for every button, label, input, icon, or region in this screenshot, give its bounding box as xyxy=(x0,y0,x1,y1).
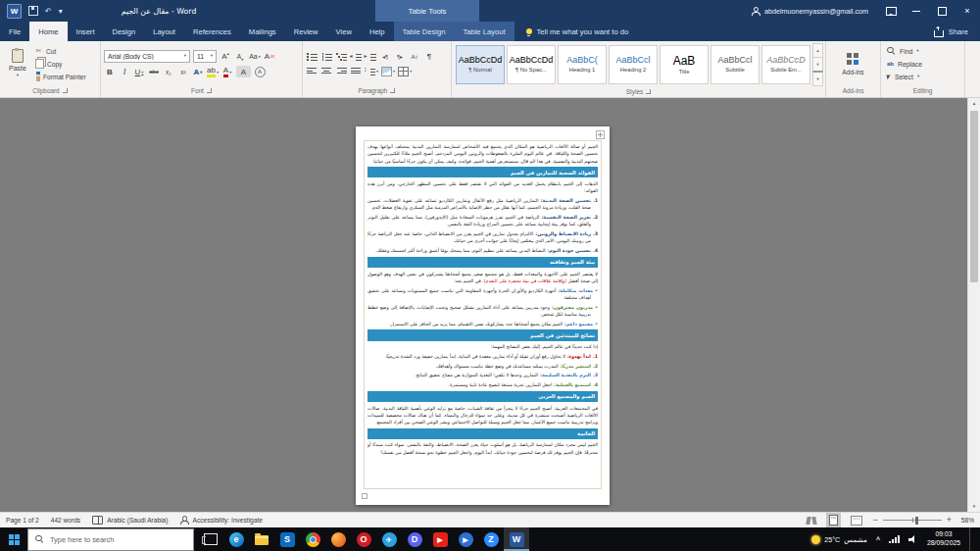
file-explorer-button[interactable] xyxy=(249,527,274,551)
tab-file[interactable]: File xyxy=(0,22,29,41)
zoom-in-button[interactable]: + xyxy=(947,516,952,525)
bold-button[interactable]: B xyxy=(104,66,116,77)
zoom-out-button[interactable]: − xyxy=(872,516,877,525)
dialog-launcher-icon[interactable] xyxy=(646,89,651,94)
style-heading-1[interactable]: AaBbC( Heading 1 xyxy=(558,45,607,84)
tab-layout[interactable]: Layout xyxy=(144,22,184,41)
tab-home[interactable]: Home xyxy=(29,22,67,41)
zoom-slider[interactable] xyxy=(883,520,942,521)
paste-button[interactable]: Paste ▾ xyxy=(3,43,32,84)
tab-view[interactable]: View xyxy=(327,22,361,41)
style-no-spacing[interactable]: AaBbCcDd ¶ No Spac... xyxy=(507,45,556,84)
scroll-down-icon[interactable]: ▼ xyxy=(968,501,980,512)
network-icon[interactable] xyxy=(889,535,900,543)
multilevel-list-button[interactable] xyxy=(335,51,347,63)
bullets-button[interactable] xyxy=(306,51,318,63)
font-size-select[interactable]: 11 ▾ xyxy=(193,50,217,63)
document-content[interactable]: الجيم أو صالة الألعاب الرياضية هو المكان… xyxy=(364,140,602,489)
start-button[interactable] xyxy=(0,527,27,551)
hidden-icons-button[interactable]: ^ xyxy=(876,536,880,543)
font-color-button[interactable]: A xyxy=(221,66,233,77)
dialog-launcher-icon[interactable] xyxy=(390,88,395,93)
highlight-color-button[interactable]: ab xyxy=(207,66,219,77)
styles-scroll-up-button[interactable]: ▲ xyxy=(812,43,823,58)
ribbon-display-options-button[interactable] xyxy=(878,0,904,22)
clock[interactable]: 09:03 28/09/2025 xyxy=(927,530,960,548)
character-shading-button[interactable]: A xyxy=(236,66,251,77)
addins-button[interactable]: Add-ins xyxy=(829,43,877,84)
cut-button[interactable]: ✂ Cut xyxy=(32,45,88,57)
ltr-direction-button[interactable]: ¶▸ xyxy=(394,51,406,63)
decrease-indent-button[interactable] xyxy=(350,51,362,63)
weather-widget[interactable]: 25°C مشمس xyxy=(811,535,867,544)
scrollbar-thumb[interactable] xyxy=(970,111,978,282)
strikethrough-button[interactable]: abc xyxy=(148,66,160,77)
style-heading-2[interactable]: AaBbCcl Heading 2 xyxy=(609,45,658,84)
media-player-button[interactable]: ▶ xyxy=(453,527,478,551)
web-layout-button[interactable] xyxy=(848,514,865,527)
tab-insert[interactable]: Insert xyxy=(68,22,104,41)
zoom-level[interactable]: 58% xyxy=(956,517,974,524)
share-button[interactable]: Share xyxy=(922,22,980,41)
superscript-button[interactable]: x² xyxy=(177,66,189,77)
edge-button[interactable]: e xyxy=(223,527,249,551)
tab-references[interactable]: References xyxy=(184,22,240,41)
undo-icon[interactable]: ↶ xyxy=(45,7,52,16)
align-left-button[interactable] xyxy=(306,66,318,77)
shrink-font-button[interactable]: A xyxy=(234,51,246,63)
numbering-button[interactable] xyxy=(320,51,332,63)
enclose-characters-button[interactable]: A xyxy=(254,66,266,77)
discord-button[interactable]: D xyxy=(402,527,427,551)
taskbar-search-input[interactable]: Type here to search xyxy=(27,528,194,551)
table-resize-handle[interactable] xyxy=(362,493,368,499)
word-taskbar-button[interactable]: W xyxy=(504,527,529,551)
opera-button[interactable]: O xyxy=(351,527,376,551)
text-effects-button[interactable]: A xyxy=(192,66,204,77)
justify-button[interactable] xyxy=(350,66,362,77)
underline-button[interactable]: U xyxy=(133,66,145,77)
firefox-button[interactable] xyxy=(325,527,351,551)
store-button[interactable]: S xyxy=(274,527,300,551)
rtl-direction-button[interactable]: ◂¶ xyxy=(379,51,391,63)
word-count[interactable]: 442 words xyxy=(51,517,80,524)
tab-mailings[interactable]: Mailings xyxy=(240,22,285,41)
chrome-button[interactable] xyxy=(300,527,325,551)
tab-table-design[interactable]: Table Design xyxy=(394,22,455,41)
proofing-status[interactable]: Arabic (Saudi Arabia) xyxy=(92,516,168,525)
copy-button[interactable]: Copy xyxy=(32,58,88,70)
italic-button[interactable]: I xyxy=(119,66,130,77)
dialog-launcher-icon[interactable] xyxy=(207,88,212,93)
tab-table-layout[interactable]: Table Layout xyxy=(454,22,514,41)
zoom-button[interactable]: Z xyxy=(478,527,504,551)
telegram-button[interactable]: ✈ xyxy=(376,527,402,551)
dialog-launcher-icon[interactable] xyxy=(63,88,68,93)
volume-icon[interactable] xyxy=(908,535,918,543)
minimize-button[interactable] xyxy=(904,0,929,22)
close-button[interactable]: × xyxy=(955,0,980,22)
qat-customize-icon[interactable]: ▾ xyxy=(59,7,63,16)
show-desktop-button[interactable] xyxy=(969,527,974,551)
styles-more-button[interactable]: ▼ xyxy=(812,71,823,86)
tab-design[interactable]: Design xyxy=(104,22,145,41)
subscript-button[interactable]: x₂ xyxy=(163,66,174,77)
replace-button[interactable]: ab Replace xyxy=(884,58,961,70)
sort-button[interactable]: A↕ xyxy=(409,51,420,63)
zoom-slider-thumb[interactable] xyxy=(915,517,919,525)
read-mode-button[interactable] xyxy=(804,515,819,526)
tab-review[interactable]: Review xyxy=(285,22,327,41)
borders-button[interactable] xyxy=(398,66,412,77)
maximize-button[interactable] xyxy=(929,0,955,22)
tab-help[interactable]: Help xyxy=(361,22,394,41)
save-icon[interactable] xyxy=(28,6,38,16)
table-move-handle-icon[interactable] xyxy=(596,130,605,139)
increase-indent-button[interactable] xyxy=(365,51,376,63)
select-button[interactable]: Select ▾ xyxy=(884,71,961,82)
find-button[interactable]: Find ▾ xyxy=(884,45,961,57)
show-hide-marks-button[interactable]: ¶ xyxy=(423,51,435,63)
accessibility-status[interactable]: Accessibility: Investigate xyxy=(179,516,262,525)
account-info[interactable]: abdelmuonemyassin@gmail.com xyxy=(751,7,868,16)
scroll-up-icon[interactable]: ▲ xyxy=(968,98,980,109)
task-view-button[interactable] xyxy=(198,527,223,551)
vertical-scrollbar[interactable]: ▲ ▼ xyxy=(967,98,980,512)
style-subtitle[interactable]: AaBbCcl Subtitle xyxy=(710,45,760,84)
